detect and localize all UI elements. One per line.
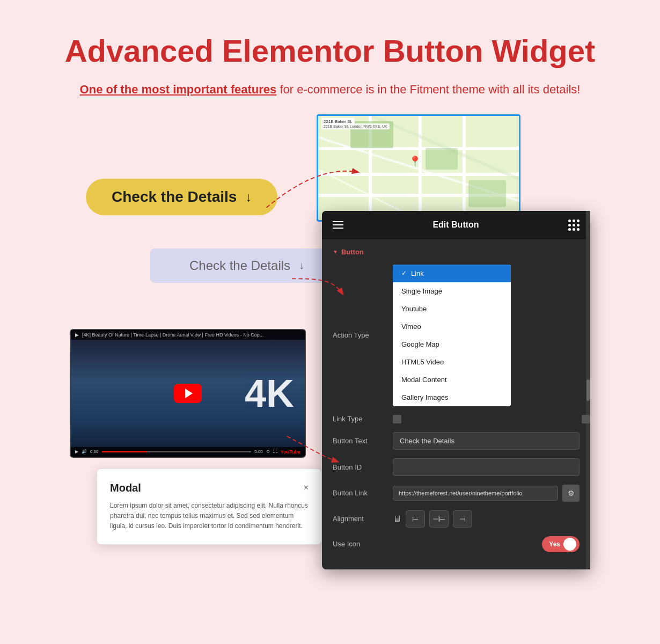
- action-type-dropdown[interactable]: ✓ Link Single Image Youtube Vimeo: [393, 265, 580, 406]
- ghost-button-label: Check the Details: [189, 258, 290, 273]
- dropdown-option-modal-content[interactable]: Modal Content: [393, 371, 511, 389]
- monitor-icon: 🖥: [393, 514, 401, 524]
- alignment-row: Alignment 🖥 ⊢ ⊣⊢ ⊣: [333, 510, 580, 528]
- modal-close-button[interactable]: ×: [304, 483, 309, 493]
- page-container: Advanced Elementor Button Widget One of …: [0, 0, 660, 644]
- use-icon-toggle[interactable]: Yes: [542, 536, 580, 552]
- dropdown-option-vimeo[interactable]: Vimeo: [393, 318, 511, 335]
- video-topbar: ▶ [4K] Beauty Of Nature | Time-Lapse | D…: [71, 330, 305, 340]
- link-type-resize-handle: [393, 415, 580, 423]
- button-link-input[interactable]: [393, 486, 558, 501]
- video-play-button[interactable]: [174, 384, 202, 403]
- scrollbar-thumb: [586, 379, 590, 401]
- use-icon-label: Use Icon: [333, 540, 386, 548]
- dropdown-single-image-label: Single Image: [401, 287, 442, 295]
- dropdown-option-single-image[interactable]: Single Image: [393, 282, 511, 300]
- use-icon-row: Use Icon Yes: [333, 536, 580, 552]
- resize-handle-right[interactable]: [582, 415, 590, 423]
- dropdown-option-youtube[interactable]: Youtube: [393, 300, 511, 318]
- dropdown-vimeo-label: Vimeo: [401, 323, 421, 331]
- toggle-label: Yes: [549, 540, 560, 548]
- svg-rect-5: [468, 180, 506, 207]
- button-id-label: Button ID: [333, 463, 386, 471]
- use-icon-toggle-container: Yes: [393, 536, 580, 552]
- page-title: Advanced Elementor Button Widget: [43, 32, 617, 70]
- button-id-input[interactable]: [393, 458, 580, 476]
- video-progress-bar: [102, 451, 252, 452]
- dropdown-html5-video-label: HTML5 Video: [401, 358, 444, 366]
- video-container: ▶ [4K] Beauty Of Nature | Time-Lapse | D…: [70, 329, 306, 458]
- edit-panel-header: Edit Button: [322, 211, 590, 239]
- dropdown-modal-content-label: Modal Content: [401, 376, 447, 384]
- dropdown-google-map-label: Google Map: [401, 340, 439, 348]
- link-type-resize-right: [582, 415, 590, 423]
- subtitle: One of the most important features for e…: [43, 80, 617, 98]
- align-center-button[interactable]: ⊣⊢: [429, 510, 449, 528]
- align-left-button[interactable]: ⊢: [406, 510, 425, 528]
- modal-box: Modal × Lorem ipsum dolor sit amet, cons…: [97, 469, 322, 545]
- section-button-label[interactable]: Button: [333, 248, 580, 256]
- youtube-logo: YouTube: [281, 449, 300, 455]
- link-type-label: Link Type: [333, 415, 386, 423]
- dropdown-option-html5-video[interactable]: HTML5 Video: [393, 353, 511, 371]
- header: Advanced Elementor Button Widget One of …: [43, 32, 617, 98]
- resize-handle-left[interactable]: [393, 415, 401, 423]
- dropdown-link-label: Link: [411, 269, 424, 277]
- button-text-row: Button Text: [333, 432, 580, 450]
- map-container: 📍 221B Baker St. 221B Baker St, London N…: [317, 114, 520, 222]
- check-icon: ✓: [401, 269, 407, 277]
- ghost-button-arrow: ↓: [299, 259, 304, 272]
- dropdown-option-google-map[interactable]: Google Map: [393, 335, 511, 353]
- map-inner: 📍 221B Baker St. 221B Baker St, London N…: [318, 116, 519, 220]
- video-4k-label: 4K: [245, 371, 294, 415]
- align-right-button[interactable]: ⊣: [453, 510, 472, 528]
- dropdown-scrollbar: [586, 211, 590, 569]
- modal-header: Modal ×: [110, 482, 309, 494]
- dropdown-youtube-label: Youtube: [401, 305, 427, 313]
- link-type-row: Link Type: [333, 415, 580, 423]
- modal-title: Modal: [110, 482, 141, 494]
- edit-panel: Edit Button Button Action Type ✓: [322, 211, 590, 569]
- yellow-check-details-button[interactable]: Check the Details ↓: [86, 179, 277, 215]
- map-address2-label: 221B Baker St, London NW1 6XE, UK: [321, 123, 390, 129]
- button-id-row: Button ID: [333, 458, 580, 476]
- video-progress-fill: [102, 451, 147, 452]
- link-type-value: [393, 415, 580, 423]
- dropdown-menu: ✓ Link Single Image Youtube Vimeo: [393, 265, 511, 406]
- video-time-total: 5:00: [254, 449, 263, 454]
- modal-text: Lorem ipsum dolor sit amet, consectetur …: [110, 501, 309, 532]
- video-title: [4K] Beauty Of Nature | Time-Lapse | Dro…: [82, 332, 300, 338]
- action-type-row: Action Type ✓ Link Single Image Youtu: [333, 265, 580, 406]
- dropdown-option-gallery-images[interactable]: Gallery Images: [393, 389, 511, 406]
- button-link-label: Button Link: [333, 489, 386, 497]
- action-type-label: Action Type: [333, 331, 386, 339]
- toggle-knob: [563, 538, 576, 551]
- panel-body: Button Action Type ✓ Link Single Image: [322, 239, 590, 569]
- video-time-current: 0:00: [90, 449, 99, 454]
- panel-title: Edit Button: [432, 220, 479, 230]
- grid-menu-button[interactable]: [568, 219, 580, 231]
- subtitle-rest: for e-commerce is in the Fitment theme w…: [276, 83, 580, 96]
- subtitle-link: One of the most important features: [80, 83, 277, 96]
- yellow-button-label: Check the Details: [112, 188, 237, 206]
- demo-area: 📍 221B Baker St. 221B Baker St, London N…: [43, 130, 617, 549]
- button-text-input[interactable]: [393, 432, 580, 450]
- button-link-row: Button Link ⚙: [333, 485, 580, 502]
- button-text-label: Button Text: [333, 437, 386, 445]
- button-link-input-row: ⚙: [393, 485, 580, 502]
- dropdown-gallery-images-label: Gallery Images: [401, 393, 448, 401]
- svg-rect-4: [426, 148, 458, 170]
- yellow-button-arrow: ↓: [245, 189, 252, 204]
- video-inner: ▶ [4K] Beauty Of Nature | Time-Lapse | D…: [71, 330, 305, 457]
- alignment-controls: 🖥 ⊢ ⊣⊢ ⊣: [393, 510, 472, 528]
- button-link-gear-button[interactable]: ⚙: [562, 485, 580, 502]
- ghost-check-details-button[interactable]: Check the Details ↓: [150, 248, 343, 283]
- hamburger-menu-button[interactable]: [333, 221, 343, 229]
- alignment-label: Alignment: [333, 515, 386, 523]
- map-pin: 📍: [408, 155, 422, 168]
- video-bottombar: ▶ 🔊 0:00 5:00 ⚙ ⛶ YouTube: [71, 447, 305, 457]
- dropdown-option-link[interactable]: ✓ Link: [393, 265, 511, 282]
